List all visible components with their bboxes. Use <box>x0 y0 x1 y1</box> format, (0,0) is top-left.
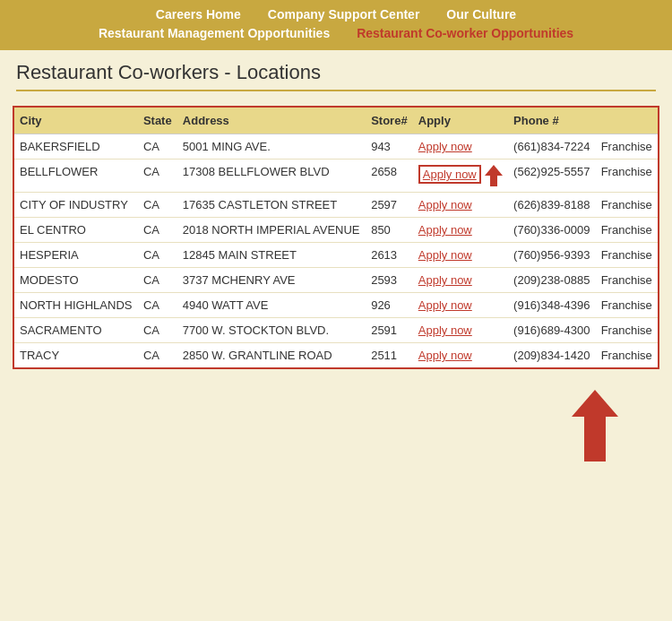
cell-address: 4940 WATT AVE <box>177 293 366 318</box>
cell-address: 3737 MCHENRY AVE <box>177 268 366 293</box>
cell-state: CA <box>138 193 177 218</box>
cell-franchise: Franchise <box>596 134 658 160</box>
cell-state: CA <box>138 318 177 343</box>
cell-franchise: Franchise <box>596 293 658 318</box>
cell-apply: Apply now <box>413 193 508 218</box>
col-header-apply: Apply <box>413 108 508 134</box>
nav-careers-home[interactable]: Careers Home <box>156 7 241 22</box>
cell-phone: (626)839-8188 <box>508 193 596 218</box>
cell-store: 2613 <box>366 243 413 268</box>
cell-apply: Apply now <box>413 160 508 193</box>
cell-phone: (916)348-4396 <box>508 293 596 318</box>
svg-marker-0 <box>485 165 503 186</box>
svg-marker-1 <box>572 390 618 461</box>
cell-state: CA <box>138 268 177 293</box>
cell-city: NORTH HIGHLANDS <box>14 293 138 318</box>
bottom-up-arrow <box>572 390 618 461</box>
apply-link[interactable]: Apply now <box>418 323 472 337</box>
apply-link[interactable]: Apply now <box>418 298 472 312</box>
table-row: MODESTOCA3737 MCHENRY AVE2593Apply now(2… <box>14 268 658 293</box>
cell-city: SACRAMENTO <box>14 318 138 343</box>
cell-store: 2593 <box>366 268 413 293</box>
cell-city: CITY OF INDUSTRY <box>14 193 138 218</box>
arrow-annotation-container <box>0 385 672 475</box>
nav-coworker-opportunities[interactable]: Restaurant Co-worker Opportunities <box>357 26 573 40</box>
cell-store: 926 <box>366 293 413 318</box>
cell-phone: (760)956-9393 <box>508 243 596 268</box>
col-header-phone: Phone # <box>508 108 596 134</box>
cell-franchise: Franchise <box>596 343 658 368</box>
table-row: EL CENTROCA2018 NORTH IMPERIAL AVENUE850… <box>14 218 658 243</box>
nav-management-opportunities[interactable]: Restaurant Management Opportunities <box>99 26 330 40</box>
apply-link[interactable]: Apply now <box>418 273 472 287</box>
cell-state: CA <box>138 134 177 160</box>
table-row: BELLFLOWERCA17308 BELLFLOWER BLVD2658App… <box>14 160 658 193</box>
cell-phone: (760)336-0009 <box>508 218 596 243</box>
cell-franchise: Franchise <box>596 218 658 243</box>
col-header-address: Address <box>177 108 366 134</box>
cell-phone: (661)834-7224 <box>508 134 596 160</box>
page-title: Restaurant Co-workers - Locations <box>16 61 656 91</box>
cell-address: 2850 W. GRANTLINE ROAD <box>177 343 366 368</box>
inline-up-arrow <box>481 168 503 181</box>
cell-address: 2018 NORTH IMPERIAL AVENUE <box>177 218 366 243</box>
locations-table-container: City State Address Store# Apply Phone # … <box>13 106 659 369</box>
cell-store: 2658 <box>366 160 413 193</box>
cell-address: 5001 MING AVE. <box>177 134 366 160</box>
cell-apply: Apply now <box>413 318 508 343</box>
cell-state: CA <box>138 218 177 243</box>
cell-address: 17635 CASTLETON STREET <box>177 193 366 218</box>
table-row: SACRAMENTOCA7700 W. STOCKTON BLVD.2591Ap… <box>14 318 658 343</box>
cell-apply: Apply now <box>413 268 508 293</box>
cell-store: 2591 <box>366 318 413 343</box>
cell-phone: (562)925-5557 <box>508 160 596 193</box>
cell-phone: (209)238-0885 <box>508 268 596 293</box>
nav-support-center[interactable]: Company Support Center <box>268 7 420 22</box>
cell-store: 2511 <box>366 343 413 368</box>
col-header-city: City <box>14 108 138 134</box>
table-row: CITY OF INDUSTRYCA17635 CASTLETON STREET… <box>14 193 658 218</box>
cell-franchise: Franchise <box>596 193 658 218</box>
cell-state: CA <box>138 343 177 368</box>
table-row: NORTH HIGHLANDSCA4940 WATT AVE926Apply n… <box>14 293 658 318</box>
apply-link-highlighted[interactable]: Apply now <box>418 165 481 184</box>
table-row: BAKERSFIELDCA5001 MING AVE.943Apply now(… <box>14 134 658 160</box>
apply-link[interactable]: Apply now <box>418 248 472 262</box>
cell-city: BELLFLOWER <box>14 160 138 193</box>
cell-state: CA <box>138 293 177 318</box>
apply-link[interactable]: Apply now <box>418 349 472 362</box>
cell-apply: Apply now <box>413 218 508 243</box>
cell-address: 7700 W. STOCKTON BLVD. <box>177 318 366 343</box>
cell-address: 17308 BELLFLOWER BLVD <box>177 160 366 193</box>
cell-city: HESPERIA <box>14 243 138 268</box>
cell-franchise: Franchise <box>596 268 658 293</box>
cell-state: CA <box>138 243 177 268</box>
apply-link[interactable]: Apply now <box>418 198 472 211</box>
cell-city: MODESTO <box>14 268 138 293</box>
table-row: TRACYCA2850 W. GRANTLINE ROAD2511Apply n… <box>14 343 658 368</box>
cell-address: 12845 MAIN STREET <box>177 243 366 268</box>
cell-apply: Apply now <box>413 293 508 318</box>
nav-row-2: Restaurant Management Opportunities Rest… <box>0 26 672 40</box>
apply-link[interactable]: Apply now <box>418 223 472 237</box>
cell-state: CA <box>138 160 177 193</box>
table-header-row: City State Address Store# Apply Phone # <box>14 108 658 134</box>
col-header-state: State <box>138 108 177 134</box>
nav-our-culture[interactable]: Our Culture <box>446 7 516 22</box>
cell-franchise: Franchise <box>596 318 658 343</box>
locations-table: City State Address Store# Apply Phone # … <box>14 108 658 367</box>
cell-franchise: Franchise <box>596 243 658 268</box>
cell-phone: (209)834-1420 <box>508 343 596 368</box>
apply-link[interactable]: Apply now <box>418 140 472 153</box>
cell-city: TRACY <box>14 343 138 368</box>
cell-apply: Apply now <box>413 134 508 160</box>
cell-store: 943 <box>366 134 413 160</box>
cell-franchise: Franchise <box>596 160 658 193</box>
col-header-extra <box>596 108 658 134</box>
cell-apply: Apply now <box>413 343 508 368</box>
table-row: HESPERIACA12845 MAIN STREET2613Apply now… <box>14 243 658 268</box>
cell-apply: Apply now <box>413 243 508 268</box>
cell-city: EL CENTRO <box>14 218 138 243</box>
nav-row-1: Careers Home Company Support Center Our … <box>0 7 672 22</box>
top-navigation: Careers Home Company Support Center Our … <box>0 0 672 50</box>
